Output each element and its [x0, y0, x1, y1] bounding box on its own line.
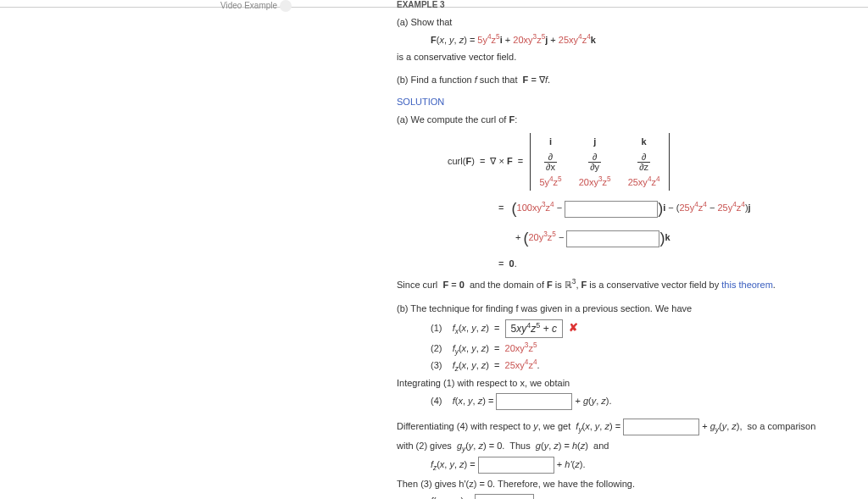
eq1-num: (1) — [431, 323, 442, 333]
page: Video Example EXAMPLE 3 (a) Show that F(… — [0, 0, 868, 499]
det-j: j — [570, 133, 620, 151]
eq4-num: (4) — [431, 396, 442, 406]
curl-i-left: 100xy3z4 — [517, 202, 554, 213]
input-diff[interactable] — [623, 419, 699, 435]
eq3-rhs: 25xy4z4 — [505, 360, 537, 370]
eq3-num: (3) — [431, 360, 442, 370]
input-curl-i[interactable] — [565, 201, 658, 218]
video-example-label: Video Example — [220, 1, 277, 10]
theorem-link[interactable]: this theorem — [721, 280, 773, 290]
det-R: 25xy4z4 — [620, 174, 669, 191]
fz-line: fz(x, y, z) = + h'(z). — [431, 457, 843, 474]
det-dz: ∂∂z — [620, 151, 669, 174]
determinant: i j k ∂∂x ∂∂y ∂∂z 5y4z5 20xy3z5 25xy4z4 — [530, 133, 669, 191]
then3-line: Then (3) gives h'(z) = 0. Therefore, we … — [397, 477, 843, 491]
header-left: Video Example — [220, 0, 292, 12]
curl-j2: 25y4z4 — [717, 202, 744, 213]
eq1-answer[interactable]: 5xy4z5 + c — [505, 319, 563, 338]
curl-determinant: curl(F) = ∇ × F = i j k ∂∂x ∂∂y ∂∂z 5y4z… — [448, 133, 843, 191]
det-Q: 20xy3z5 — [570, 174, 620, 191]
diff-line: Differentiating (4) with respect to y, w… — [397, 419, 843, 435]
curl-lhs: curl(F) = ∇ × F = — [448, 156, 526, 166]
final-line: f(x, y, z) = — [431, 494, 843, 499]
F-label: F — [431, 35, 437, 45]
parta-prompt: (a) Show that — [397, 15, 843, 30]
partb-prompt: (b) Find a function f such that F = ∇f. — [397, 73, 843, 87]
with2-line: with (2) gives gy(y, z) = 0. Thus g(y, z… — [397, 439, 843, 453]
solution-label: SOLUTION — [397, 95, 843, 109]
parta-claim: is a conservative vector field. — [397, 50, 843, 64]
eq2-rhs: 20xy3z5 — [505, 343, 537, 353]
curl-zero: = 0. — [498, 257, 843, 271]
speaker-icon[interactable] — [280, 0, 292, 12]
det-dx: ∂∂x — [531, 151, 570, 174]
term-i: 5y4z5 — [477, 35, 499, 45]
curl-i-line: = (100xy3z4 − )i − (25y4z4 − 25y4z4)j — [498, 197, 843, 220]
sol-a-intro: (a) We compute the curl of F: — [397, 113, 843, 127]
input-final[interactable] — [475, 494, 534, 499]
eq4: (4) f(x, y, z) = + g(y, z). — [431, 393, 843, 410]
input-fz[interactable] — [478, 457, 554, 474]
integrate-text: Integrating (1) with respect to x, we ob… — [397, 376, 843, 391]
eq2-num: (2) — [431, 343, 442, 353]
curl-k-line: + (20y3z5 − )k — [515, 227, 843, 250]
sol-b-intro: (b) The technique for finding f was give… — [397, 302, 843, 316]
term-j: 20xy3z5 — [513, 35, 545, 45]
eq2: (2) fy(x, y, z) = 20xy3z5 — [431, 341, 843, 356]
curl-k-left: 20y3z5 — [528, 232, 555, 242]
term-k: 25xy4z4 — [559, 35, 591, 45]
input-eq4[interactable] — [496, 393, 572, 410]
det-k: k — [620, 133, 669, 151]
conservative-statement: Since curl F = 0 and the domain of F is … — [397, 278, 843, 292]
header-right: EXAMPLE 3 — [397, 0, 445, 9]
det-dy: ∂∂y — [570, 151, 620, 174]
wrong-mark-icon: ✘ — [569, 321, 578, 334]
det-P: 5y4z5 — [531, 174, 570, 191]
content: (a) Show that F(x, y, z) = 5y4z5i + 20xy… — [397, 8, 843, 499]
det-i: i — [531, 133, 570, 151]
field-definition: F(x, y, z) = 5y4z5i + 20xy3z5j + 25xy4z4… — [431, 33, 843, 47]
eq1: (1) fx(x, y, z) = 5xy4z5 + c ✘ — [431, 319, 843, 338]
input-curl-k[interactable] — [566, 230, 659, 247]
curl-j: 25y4z4 — [679, 202, 706, 213]
eq3: (3) fz(x, y, z) = 25xy4z4. — [431, 358, 843, 373]
